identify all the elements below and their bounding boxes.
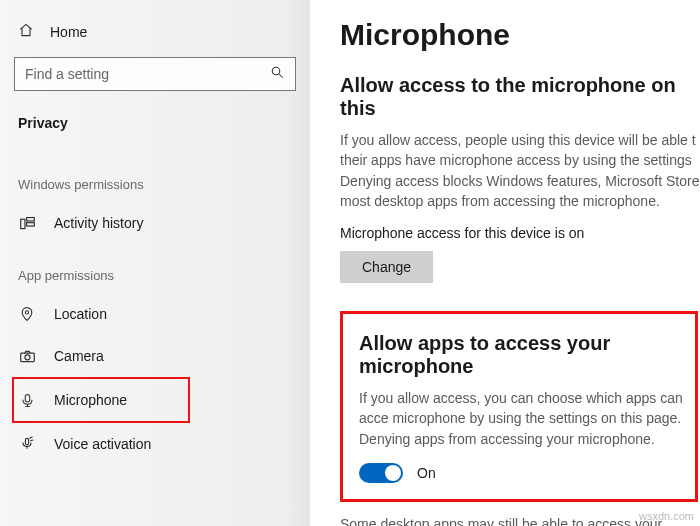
highlighted-section: Allow apps to access your microphone If … [340, 311, 698, 502]
group-app-permissions: App permissions [0, 244, 310, 293]
home-icon [18, 22, 34, 41]
sidebar-item-label: Location [54, 306, 107, 322]
sidebar-item-voice-activation[interactable]: Voice activation [0, 423, 310, 465]
device-access-status: Microphone access for this device is on [340, 225, 700, 241]
search-placeholder: Find a setting [25, 66, 109, 82]
sidebar-item-camera[interactable]: Camera [0, 335, 310, 377]
page-title: Microphone [340, 18, 700, 52]
sidebar-item-activity-history[interactable]: Activity history [0, 202, 310, 244]
home-label: Home [50, 24, 87, 40]
settings-sidebar: Home Find a setting Privacy Windows perm… [0, 0, 310, 526]
change-button[interactable]: Change [340, 251, 433, 283]
svg-rect-1 [20, 219, 24, 228]
main-content: Microphone Allow access to the microphon… [310, 0, 700, 526]
location-icon [18, 305, 36, 323]
section-heading-device-access: Allow access to the microphone on this [340, 74, 700, 120]
search-input[interactable]: Find a setting [14, 57, 296, 91]
section-desc-device-access: If you allow access, people using this d… [340, 130, 700, 211]
activity-history-icon [18, 214, 36, 232]
sidebar-item-label: Camera [54, 348, 104, 364]
svg-point-0 [272, 67, 280, 75]
svg-rect-7 [25, 394, 30, 402]
toggle-state-label: On [417, 465, 436, 481]
svg-point-4 [25, 311, 28, 314]
app-access-toggle[interactable] [359, 463, 403, 483]
group-windows-permissions: Windows permissions [0, 153, 310, 202]
sidebar-item-label: Activity history [54, 215, 143, 231]
voice-activation-icon [18, 435, 36, 453]
home-nav[interactable]: Home [0, 14, 310, 53]
svg-point-6 [24, 354, 29, 359]
watermark: wsxdn.com [639, 510, 694, 522]
svg-rect-3 [26, 222, 34, 225]
sidebar-item-label: Microphone [54, 392, 127, 408]
svg-rect-2 [26, 217, 34, 220]
section-heading-app-access: Allow apps to access your microphone [359, 332, 685, 378]
sidebar-item-location[interactable]: Location [0, 293, 310, 335]
search-icon [270, 65, 285, 83]
sidebar-item-microphone[interactable]: Microphone [12, 377, 190, 423]
sidebar-item-label: Voice activation [54, 436, 151, 452]
camera-icon [18, 347, 36, 365]
section-desc-app-access: If you allow access, you can choose whic… [359, 388, 685, 449]
svg-rect-8 [25, 438, 28, 444]
category-heading: Privacy [0, 105, 310, 153]
microphone-icon [18, 391, 36, 409]
